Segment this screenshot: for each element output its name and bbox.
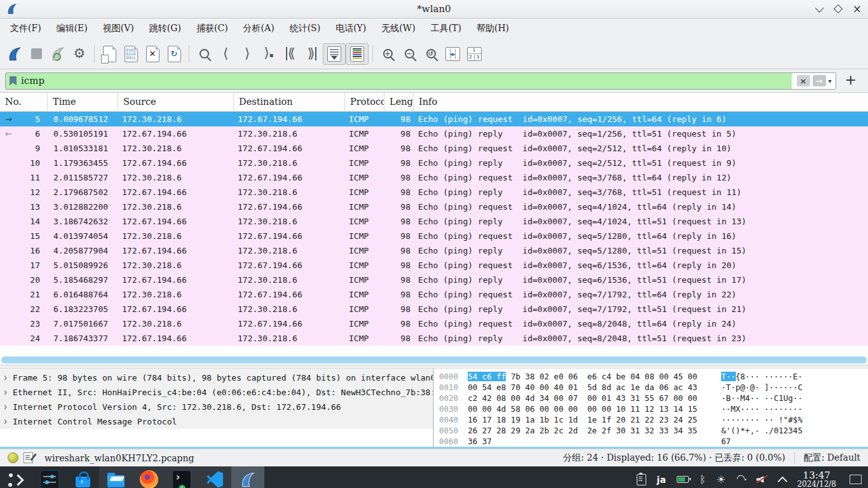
column-presets-button[interactable]: 123 bbox=[463, 44, 485, 64]
clipboard-tray-icon[interactable] bbox=[637, 474, 646, 485]
menu-item[interactable]: 文件(F) bbox=[3, 20, 49, 37]
filter-apply-icon[interactable]: → bbox=[813, 75, 826, 86]
filter-input[interactable] bbox=[21, 73, 792, 89]
packet-row[interactable]: 9 1.010533181 172.30.218.6 172.67.194.66… bbox=[0, 141, 868, 156]
hex-row[interactable]: 001000 54 e8 70 40 00 40 01 5d 8d ac 1e … bbox=[439, 382, 868, 393]
menu-item[interactable]: 电话(Y) bbox=[328, 20, 374, 37]
wireshark-task[interactable] bbox=[231, 466, 264, 488]
system-settings-button[interactable] bbox=[33, 466, 66, 488]
packet-row[interactable]: 23 7.017501667 172.30.218.6 172.67.194.6… bbox=[0, 316, 868, 331]
menu-item[interactable]: 无线(W) bbox=[374, 20, 423, 37]
bluetooth-tray-icon[interactable]: ᛒ bbox=[700, 475, 706, 485]
menu-item[interactable]: 视图(V) bbox=[95, 20, 142, 37]
hex-row[interactable]: 005026 27 28 29 2a 2b 2c 2d 2e 2f 30 31 … bbox=[439, 425, 868, 436]
menu-item[interactable]: 工具(T) bbox=[423, 20, 469, 37]
hex-bytes[interactable]: 54 c6 ff 7b 38 02 e0 06 e6 c4 be 04 08 0… bbox=[468, 371, 721, 382]
packet-row[interactable]: 14 3.186742632 172.67.194.66 172.30.218.… bbox=[0, 214, 868, 229]
column-header-no[interactable]: No. bbox=[0, 93, 48, 111]
last-packet-button[interactable]: ⟫ bbox=[301, 44, 323, 64]
profile-label[interactable]: 配置: Default bbox=[804, 452, 868, 464]
terminal-task[interactable] bbox=[165, 466, 198, 488]
window-titlebar[interactable]: *wlan0 × bbox=[0, 0, 868, 18]
packet-row[interactable]: 24 7.186743377 172.67.194.66 172.30.218.… bbox=[0, 331, 868, 346]
discover-button[interactable] bbox=[66, 466, 99, 488]
expander-icon[interactable]: › bbox=[4, 414, 13, 429]
volume-muted-tray-icon[interactable] bbox=[756, 475, 768, 484]
wifi-tray-icon[interactable]: ◠• bbox=[736, 473, 746, 485]
first-packet-button[interactable]: ⟪ bbox=[280, 44, 301, 64]
file-manager-task[interactable] bbox=[99, 466, 132, 488]
column-header-protocol[interactable]: Protocol bbox=[345, 93, 384, 111]
go-to-packet-button[interactable]: ⟩▪ bbox=[258, 44, 280, 64]
detail-row[interactable]: ›Ethernet II, Src: HonHaiPrecis_c4:be:04… bbox=[0, 385, 433, 400]
packet-row[interactable]: ←6 0.530105191 172.67.194.66 172.30.218.… bbox=[0, 126, 868, 141]
display-filter-field[interactable]: × → ▾ bbox=[5, 72, 836, 90]
start-capture-button[interactable] bbox=[4, 44, 25, 64]
hex-bytes[interactable]: 36 37 bbox=[468, 436, 721, 447]
column-header-info[interactable]: Info bbox=[414, 93, 868, 111]
packet-row[interactable]: 15 4.013974054 172.30.218.6 172.67.194.6… bbox=[0, 229, 868, 243]
hex-bytes[interactable]: 16 17 18 19 1a 1b 1c 1d 1e 1f 20 21 22 2… bbox=[468, 414, 721, 425]
open-file-button[interactable] bbox=[98, 44, 120, 64]
reload-file-button[interactable]: ↻ bbox=[163, 44, 185, 64]
save-file-button[interactable]: 010101100011 bbox=[120, 44, 142, 64]
packet-row[interactable]: 13 3.012882200 172.30.218.6 172.67.194.6… bbox=[0, 200, 868, 214]
close-file-button[interactable]: ✕ bbox=[142, 44, 163, 64]
expander-icon[interactable]: › bbox=[4, 385, 13, 400]
hex-bytes[interactable]: 26 27 28 29 2a 2b 2c 2d 2e 2f 30 31 32 3… bbox=[468, 425, 721, 436]
column-header-time[interactable]: Time bbox=[48, 93, 118, 111]
auto-scroll-toggle[interactable] bbox=[323, 43, 346, 65]
go-forward-button[interactable]: ⟩ bbox=[236, 44, 258, 64]
battery-tray-icon[interactable] bbox=[677, 476, 689, 483]
detail-row[interactable]: ›Internet Protocol Version 4, Src: 172.3… bbox=[0, 400, 433, 414]
close-button[interactable]: × bbox=[853, 6, 862, 12]
packet-row[interactable]: 11 2.011585727 172.30.218.6 172.67.194.6… bbox=[0, 170, 868, 185]
ascii-bytes[interactable]: ··MX···· ········ bbox=[721, 404, 803, 414]
packet-row[interactable]: 21 6.016488764 172.30.218.6 172.67.194.6… bbox=[0, 287, 868, 302]
clock-widget[interactable]: 13:47 2024/12/8 bbox=[797, 470, 836, 488]
menu-item[interactable]: 跳转(G) bbox=[142, 20, 189, 37]
menu-item[interactable]: 编辑(E) bbox=[49, 20, 95, 37]
expander-icon[interactable]: › bbox=[4, 370, 13, 385]
hex-row[interactable]: 006036 3767 bbox=[439, 436, 868, 447]
ascii-bytes[interactable]: T··{8··· ······E· bbox=[721, 372, 803, 381]
hex-row[interactable]: 004016 17 18 19 1a 1b 1c 1d 1e 1f 20 21 … bbox=[439, 414, 868, 425]
packet-row[interactable]: 22 6.183223705 172.67.194.66 172.30.218.… bbox=[0, 302, 868, 316]
zoom-out-button[interactable]: − bbox=[398, 44, 420, 64]
packet-list-hscrollbar[interactable] bbox=[0, 355, 868, 365]
expander-icon[interactable]: › bbox=[4, 400, 13, 414]
packet-row[interactable]: 10 1.179363455 172.67.194.66 172.30.218.… bbox=[0, 156, 868, 170]
input-method-indicator[interactable]: ja bbox=[657, 475, 666, 484]
scrollbar-thumb[interactable] bbox=[1, 356, 867, 363]
tray-expand-caret-icon[interactable] bbox=[778, 476, 788, 486]
app-launcher-button[interactable] bbox=[0, 466, 33, 488]
capture-filename[interactable]: wireshark_wlan0KH7LY2.pcapng bbox=[44, 453, 194, 463]
brightness-tray-icon[interactable]: ☀ bbox=[716, 475, 725, 485]
resize-columns-button[interactable]: ◂▸ bbox=[442, 44, 463, 64]
find-packet-button[interactable] bbox=[193, 44, 215, 64]
zoom-reset-button[interactable]: ↺ bbox=[420, 44, 442, 64]
packet-row[interactable]: 17 5.015089926 172.30.218.6 172.67.194.6… bbox=[0, 258, 868, 273]
hex-bytes[interactable]: 00 54 e8 70 40 00 40 01 5d 8d ac 1e da 0… bbox=[468, 382, 721, 393]
hex-row[interactable]: 000054 c6 ff 7b 38 02 e0 06 e6 c4 be 04 … bbox=[439, 371, 868, 382]
packet-row[interactable]: 20 5.185468297 172.67.194.66 172.30.218.… bbox=[0, 273, 868, 287]
menu-item[interactable]: 捕获(C) bbox=[189, 20, 236, 37]
capture-options-icon[interactable]: ⚙ bbox=[69, 44, 90, 64]
maximize-button[interactable] bbox=[834, 4, 843, 13]
packet-row[interactable]: 16 4.205877904 172.67.194.66 172.30.218.… bbox=[0, 243, 868, 258]
firefox-task[interactable] bbox=[132, 466, 165, 488]
filter-bookmark-icon[interactable] bbox=[10, 76, 17, 86]
hex-row[interactable]: 003000 00 4d 58 06 00 00 00 00 00 10 11 … bbox=[439, 403, 868, 414]
expert-info-icon[interactable] bbox=[8, 452, 18, 463]
colorize-toggle[interactable] bbox=[346, 43, 369, 65]
ascii-bytes[interactable]: ········ ·· !"#$% bbox=[721, 415, 803, 424]
zoom-in-button[interactable]: + bbox=[377, 44, 398, 64]
column-header-destination[interactable]: Destination bbox=[234, 93, 345, 111]
ascii-bytes[interactable]: &'()*+,- ./012345 bbox=[721, 426, 803, 435]
hex-bytes[interactable]: 00 00 4d 58 06 00 00 00 00 00 10 11 12 1… bbox=[468, 403, 721, 414]
detail-row[interactable]: ›Frame 5: 98 bytes on wire (784 bits), 9… bbox=[0, 370, 433, 385]
menu-item[interactable]: 统计(S) bbox=[282, 20, 329, 37]
menu-item[interactable]: 分析(A) bbox=[236, 20, 282, 37]
hex-row[interactable]: 0020c2 42 08 00 4d 34 00 07 00 01 43 31 … bbox=[439, 393, 868, 403]
column-header-source[interactable]: Source bbox=[118, 93, 234, 111]
